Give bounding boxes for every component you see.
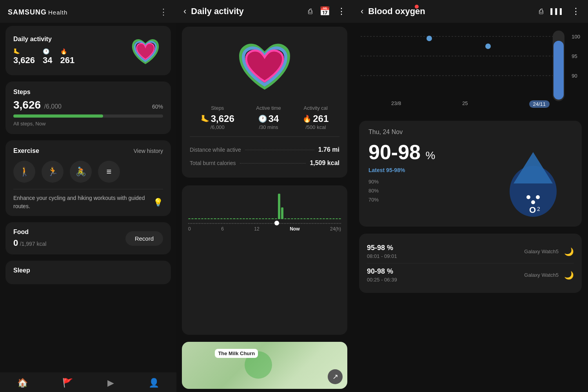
blood-oxygen-bars-icon[interactable]: ▌▌▌	[550, 8, 564, 15]
chart-bar	[275, 218, 277, 219]
chart-bar	[268, 218, 270, 219]
sleep-card[interactable]: Sleep	[5, 261, 171, 284]
map-expand-button[interactable]: ↗	[328, 369, 343, 384]
svg-point-6	[531, 200, 535, 204]
distance-dots	[245, 150, 314, 150]
chart-bar	[281, 207, 283, 219]
chart-bar	[230, 218, 232, 219]
chart-bar	[291, 218, 293, 219]
chart-bar	[323, 218, 325, 219]
chart-bar	[191, 218, 194, 219]
chart-date-active[interactable]: 24/11	[529, 100, 550, 108]
chart-bar	[326, 218, 328, 219]
svg-text:O: O	[529, 205, 536, 215]
run-exercise-button[interactable]: 🏃	[42, 161, 64, 183]
steps-metric-label: Steps	[211, 105, 224, 111]
chart-bar	[227, 218, 229, 219]
blood-oxygen-more-icon[interactable]: ⋮	[572, 6, 580, 16]
chart-date-2[interactable]: 25	[462, 100, 468, 108]
profile-nav-item[interactable]: 👤	[149, 378, 159, 388]
chart-bar	[256, 218, 258, 219]
blood-oxygen-share-icon[interactable]: ⎙	[539, 7, 543, 16]
view-history-link[interactable]: View history	[134, 148, 163, 154]
chart-bar	[243, 218, 245, 219]
daily-activity-title: Daily activity	[13, 36, 74, 43]
record-1-range: 95-98 %	[367, 244, 397, 252]
chart-bar	[207, 218, 210, 219]
map-card[interactable]: The Milk Churn ↗	[182, 342, 347, 389]
distance-row: Distance while active 1.76 mi	[190, 143, 339, 156]
total-cal-dots	[240, 163, 306, 163]
media-nav-icon: ▶	[107, 378, 114, 388]
list-exercise-button[interactable]: ≡	[98, 161, 120, 183]
home-nav-icon: 🏠	[17, 378, 28, 388]
exercise-card[interactable]: Exercise View history 🚶 🏃 🚴 ≡ Enhance yo…	[5, 140, 171, 216]
chart-bar-peak	[278, 194, 280, 219]
chart-bar	[259, 218, 261, 219]
walk-exercise-button[interactable]: 🚶	[13, 161, 35, 183]
steps-chart	[188, 192, 341, 223]
chart-bar	[287, 218, 290, 219]
chart-date-1[interactable]: 23/8	[391, 100, 401, 108]
chart-bar	[198, 218, 200, 219]
y-axis-100: 100	[572, 34, 580, 40]
middle-panel: ‹ Daily activity ⎙ 📅 ⋮ Steps 🦶 3,626 /6,…	[176, 0, 353, 392]
active-stat-value: 34	[43, 55, 52, 65]
steps-title: Steps	[13, 89, 163, 96]
food-value: 0	[13, 238, 18, 248]
calendar-icon[interactable]: 📅	[319, 6, 330, 16]
chart-bar	[294, 218, 296, 219]
steps-stat: 🦶 3,626	[13, 48, 35, 65]
exercise-icons-row: 🚶 🏃 🚴 ≡	[13, 161, 163, 183]
steps-metric-icon: 🦶	[201, 114, 209, 123]
chart-bar	[329, 218, 332, 219]
cycle-exercise-button[interactable]: 🚴	[70, 161, 92, 183]
chart-dot-2	[485, 44, 491, 49]
chart-bar	[214, 218, 216, 219]
chart-x-labels: 0 6 12 Now 24(h)	[188, 226, 341, 232]
record-food-button[interactable]: Record	[125, 231, 163, 246]
health-label: Health	[48, 9, 67, 16]
chart-bar	[265, 218, 267, 219]
spo2-slider-bar[interactable]	[553, 31, 564, 101]
home-nav-item[interactable]: 🏠	[17, 378, 28, 388]
calories-stat: 🔥 261	[60, 48, 75, 65]
scale-90: 90%	[368, 179, 494, 185]
chart-bar	[246, 218, 248, 219]
back-button[interactable]: ‹	[183, 6, 186, 16]
blood-oxygen-chart-area: 100 95 90 23/8 25 24/11	[353, 23, 588, 117]
more-icon[interactable]: ⋮	[337, 6, 346, 16]
steps-icon: 🦶	[13, 48, 20, 54]
record-2-range: 90-98 %	[367, 267, 397, 276]
share-icon[interactable]: ⎙	[308, 7, 312, 16]
chart-bars	[188, 192, 341, 219]
steps-card[interactable]: Steps 3,626 /6,000 60% All steps, Now	[5, 82, 171, 134]
active-stat: 🕐 34	[43, 48, 52, 65]
oxygen-record-2[interactable]: 90-98 % 00:25 - 06:39 Galaxy Watch5 🌙	[367, 263, 574, 287]
right-panel: ‹ Blood oxygen ⎙ ▌▌▌ ⋮ 100 95 90	[353, 0, 588, 392]
oxygen-scale: 90% 80% 70%	[368, 179, 494, 203]
left-header: SAMSUNG Health ⋮	[0, 0, 176, 23]
food-card[interactable]: Food 0 /1,997 kcal Record	[5, 222, 171, 254]
exercise-title: Exercise	[13, 147, 39, 154]
oxygen-date: Thu, 24 Nov	[368, 129, 572, 136]
more-menu-icon[interactable]: ⋮	[159, 7, 169, 17]
oxygen-record-1[interactable]: 95-98 % 08:01 - 09:01 Galaxy Watch5 🌙	[367, 240, 574, 263]
steps-metric-value: 3,626	[211, 113, 234, 124]
big-heart-svg	[233, 34, 296, 97]
chart-bar	[240, 218, 242, 219]
svg-point-5	[526, 195, 530, 199]
blood-oxygen-back-button[interactable]: ‹	[361, 6, 363, 16]
calories-stat-value: 261	[60, 55, 75, 65]
media-nav-item[interactable]: ▶	[107, 378, 114, 388]
activity-rings	[128, 33, 163, 68]
chart-label-24: 24(h)	[330, 226, 341, 232]
chart-bar	[271, 218, 274, 219]
chart-dot-1	[426, 36, 432, 41]
activity-nav-item[interactable]: 🚩	[62, 378, 73, 388]
daily-activity-title: Daily activity	[191, 6, 244, 16]
chart-bar	[307, 218, 309, 219]
active-icon: 🕐	[43, 48, 49, 54]
daily-activity-card[interactable]: Daily activity 🦶 3,626 🕐 34 🔥 261	[5, 26, 171, 75]
chart-bar	[297, 218, 299, 219]
